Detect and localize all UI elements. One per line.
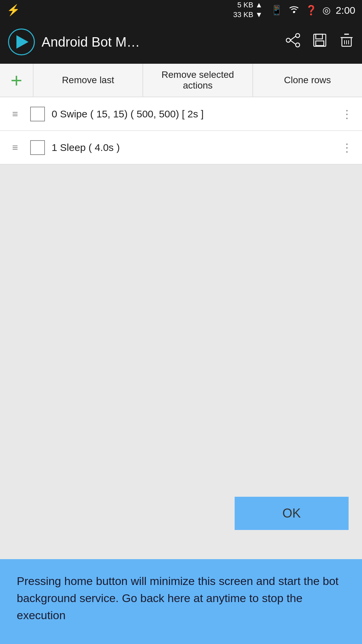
ok-button[interactable]: OK bbox=[235, 497, 349, 530]
info-banner: Pressing home button will minimize this … bbox=[0, 559, 362, 644]
row-checkbox-1[interactable] bbox=[30, 140, 45, 155]
add-button[interactable]: + bbox=[0, 64, 34, 97]
network-down-text: 33 KB ▼ bbox=[233, 10, 263, 20]
svg-rect-8 bbox=[316, 41, 324, 46]
more-options-icon-0[interactable]: ⋮ bbox=[339, 107, 355, 121]
svg-point-3 bbox=[286, 38, 290, 42]
remove-last-button[interactable]: Remove last bbox=[34, 64, 143, 97]
action-label-0: 0 Swipe ( 15, 15) ( 500, 500) [ 2s ] bbox=[52, 108, 332, 120]
play-icon bbox=[16, 35, 28, 49]
action-label-1: 1 Sleep ( 4.0s ) bbox=[52, 142, 332, 153]
share-icon[interactable] bbox=[286, 33, 300, 51]
ok-button-container: OK bbox=[235, 497, 349, 530]
app-title: Android Bot M… bbox=[42, 35, 279, 50]
app-logo bbox=[8, 29, 35, 55]
toolbar: + Remove last Remove selected actions Cl… bbox=[0, 64, 362, 97]
drag-handle-icon[interactable]: ≡ bbox=[7, 142, 23, 153]
time-text: 2:00 bbox=[336, 4, 355, 17]
content-area bbox=[0, 164, 362, 486]
svg-point-1 bbox=[296, 34, 300, 38]
banner-arrow-icon bbox=[168, 643, 194, 644]
network-up-text: 5 KB ▲ bbox=[237, 0, 263, 10]
help-icon: ❓ bbox=[305, 5, 317, 16]
remove-selected-button[interactable]: Remove selected actions bbox=[143, 64, 253, 97]
svg-rect-7 bbox=[316, 34, 322, 39]
table-row: ≡ 1 Sleep ( 4.0s ) ⋮ bbox=[0, 131, 362, 164]
phone-icon: 📱 bbox=[271, 5, 283, 16]
table-row: ≡ 0 Swipe ( 15, 15) ( 500, 500) [ 2s ] ⋮ bbox=[0, 97, 362, 131]
info-banner-text: Pressing home button will minimize this … bbox=[17, 573, 345, 624]
status-bar: ⚡ 5 KB ▲ 33 KB ▼ 📱 ❓ ◎ 2:00 bbox=[0, 0, 362, 20]
svg-line-4 bbox=[290, 36, 296, 40]
drag-handle-icon[interactable]: ≡ bbox=[7, 108, 23, 120]
wifi-icon bbox=[288, 4, 300, 16]
svg-point-2 bbox=[296, 43, 300, 47]
delete-icon[interactable] bbox=[339, 33, 354, 51]
app-bar-actions bbox=[286, 33, 354, 51]
svg-line-5 bbox=[290, 40, 296, 44]
more-options-icon-1[interactable]: ⋮ bbox=[339, 141, 355, 154]
app-bar: Android Bot M… bbox=[0, 20, 362, 64]
lightning-icon: ⚡ bbox=[7, 4, 20, 16]
battery-icon: ◎ bbox=[322, 5, 330, 16]
save-icon[interactable] bbox=[312, 33, 327, 51]
action-list: ≡ 0 Swipe ( 15, 15) ( 500, 500) [ 2s ] ⋮… bbox=[0, 97, 362, 164]
svg-point-0 bbox=[293, 11, 295, 13]
clone-rows-button[interactable]: Clone rows bbox=[253, 64, 362, 97]
row-checkbox-0[interactable] bbox=[30, 107, 45, 121]
plus-icon: + bbox=[10, 69, 22, 92]
